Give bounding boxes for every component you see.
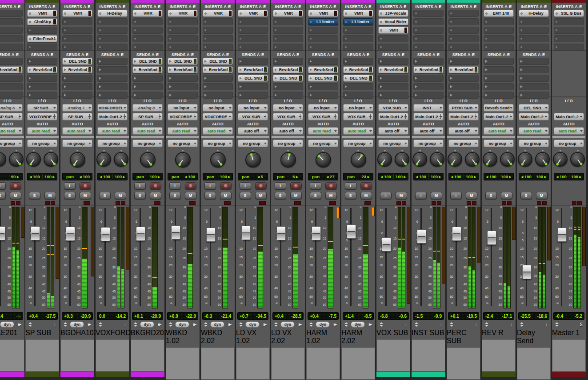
insert-slot[interactable] — [132, 27, 163, 34]
send-slot[interactable] — [62, 75, 92, 82]
insert-slot[interactable] — [448, 18, 479, 25]
send-slot[interactable] — [97, 66, 128, 73]
group-selector[interactable]: no group — [273, 140, 303, 147]
mute-button[interactable]: M — [466, 192, 477, 199]
mute-button[interactable]: M — [325, 192, 337, 199]
insert-slot[interactable]: FilterFreak1 — [27, 35, 57, 42]
insert-slot[interactable] — [484, 35, 514, 42]
pan-display[interactable]: ◂ 100100 ▸ — [554, 173, 584, 180]
insert-slot[interactable] — [62, 44, 92, 51]
input-selector[interactable]: Analog 7 — [62, 104, 92, 112]
comments-box[interactable] — [377, 340, 410, 371]
fader-rail[interactable] — [0, 208, 1, 306]
send-slot[interactable] — [308, 92, 338, 99]
insert-slot[interactable] — [168, 35, 198, 42]
insert-slot[interactable] — [413, 10, 444, 17]
input-selector[interactable]: Reverb Send — [484, 104, 514, 112]
track-name[interactable]: VOXFORDE — [96, 329, 129, 337]
pan-display[interactable]: pan◂ 100 — [168, 173, 198, 180]
output-selector[interactable]: Main Out1-2 — [519, 113, 549, 120]
insert-slot[interactable] — [484, 18, 514, 25]
send-slot[interactable] — [62, 83, 92, 90]
send-slot[interactable] — [519, 83, 549, 90]
insert-slot[interactable] — [97, 18, 128, 25]
clip-indicator[interactable] — [329, 201, 336, 205]
clip-indicator[interactable] — [259, 201, 266, 205]
mute-button[interactable]: M — [185, 192, 196, 199]
comments-box[interactable] — [517, 348, 550, 379]
group-selector[interactable]: no group — [343, 140, 373, 147]
automation-mode-selector[interactable]: auto read — [554, 127, 584, 135]
output-selector[interactable]: VOX SUB — [238, 113, 268, 120]
output-selector[interactable]: VOXFORDE — [27, 113, 57, 120]
insert-slot[interactable] — [62, 18, 92, 25]
pan-display[interactable]: pan100 ▸ — [203, 173, 233, 180]
comments-box[interactable] — [131, 340, 164, 371]
mute-button[interactable]: M — [80, 192, 91, 199]
fader-rail[interactable] — [385, 208, 387, 306]
volume-peak-readout[interactable]: -6.8 -0.6 — [378, 312, 409, 320]
pan-display[interactable]: 90 ▸ — [0, 173, 23, 180]
input-monitor-button[interactable]: I — [310, 182, 321, 189]
volume-peak-readout[interactable]: -0.4 -5.2 — [553, 312, 584, 320]
send-slot[interactable] — [203, 83, 233, 90]
insert-slot[interactable] — [0, 27, 23, 34]
up-down-arrows-icon[interactable] — [134, 322, 137, 327]
insert-slot[interactable]: ChnlStrp — [27, 18, 57, 25]
insert-slot[interactable] — [308, 27, 338, 34]
insert-slot[interactable] — [519, 27, 549, 34]
track-name[interactable]: REV R — [482, 329, 516, 337]
up-down-arrows-icon[interactable] — [64, 322, 67, 327]
mute-button[interactable]: M — [220, 192, 232, 199]
send-slot[interactable] — [273, 58, 303, 65]
up-down-arrows-icon[interactable] — [450, 322, 453, 327]
comments-box[interactable] — [447, 348, 480, 379]
up-down-arrows-icon[interactable] — [28, 322, 32, 327]
send-slot[interactable] — [168, 83, 198, 90]
insert-slot[interactable] — [554, 44, 584, 51]
insert-slot[interactable]: JJP-Vocals — [378, 10, 408, 17]
send-slot[interactable]: DEL SND — [203, 58, 233, 65]
automation-mode-selector[interactable]: auto off — [378, 127, 408, 135]
insert-slot[interactable]: VMR — [132, 10, 163, 17]
insert-slot[interactable] — [273, 44, 303, 51]
up-down-arrows-icon[interactable] — [555, 322, 559, 327]
volume-peak-readout[interactable]: +0.7 -34.5 — [237, 312, 268, 320]
send-slot[interactable]: RevrbSnd — [448, 66, 479, 73]
output-selector[interactable]: SP SUB — [62, 113, 92, 120]
insert-slot[interactable] — [62, 35, 92, 42]
input-selector[interactable]: no input — [273, 104, 303, 112]
input-monitor-button[interactable]: I — [64, 182, 76, 189]
mute-button[interactable]: M — [44, 192, 56, 199]
insert-slot[interactable] — [203, 44, 233, 51]
send-slot[interactable] — [203, 92, 233, 99]
record-enable-button[interactable] — [290, 182, 302, 189]
send-slot[interactable] — [343, 83, 373, 90]
fader-rail[interactable] — [491, 208, 492, 306]
record-enable-button[interactable] — [10, 182, 21, 189]
send-slot[interactable] — [519, 92, 549, 99]
send-slot[interactable] — [484, 66, 514, 73]
pan-knob[interactable] — [395, 152, 409, 167]
insert-slot[interactable] — [413, 35, 444, 42]
group-selector[interactable]: no group — [238, 140, 268, 147]
send-slot[interactable]: RevrbSnd — [0, 66, 23, 73]
pan-knob[interactable] — [465, 152, 480, 167]
solo-button[interactable]: S — [310, 192, 321, 199]
insert-slot[interactable] — [554, 27, 584, 34]
pan-knob[interactable] — [377, 152, 392, 167]
send-slot[interactable] — [132, 83, 163, 90]
group-selector[interactable]: no group — [27, 140, 57, 147]
insert-slot[interactable] — [448, 10, 479, 17]
solo-button[interactable]: S — [0, 192, 6, 199]
group-selector[interactable]: no group — [203, 140, 233, 147]
track-name[interactable]: BGDHA102 — [60, 329, 94, 337]
comments-box[interactable] — [307, 348, 340, 379]
insert-slot[interactable] — [238, 27, 268, 34]
send-slot[interactable]: DEL SND — [62, 58, 92, 65]
insert-slot[interactable]: VMR — [168, 10, 198, 17]
pan-knob[interactable] — [500, 152, 515, 167]
send-slot[interactable]: DEL SND — [308, 75, 338, 82]
dyn-button[interactable]: dyn — [210, 321, 224, 328]
insert-slot[interactable]: VMR — [238, 10, 268, 17]
